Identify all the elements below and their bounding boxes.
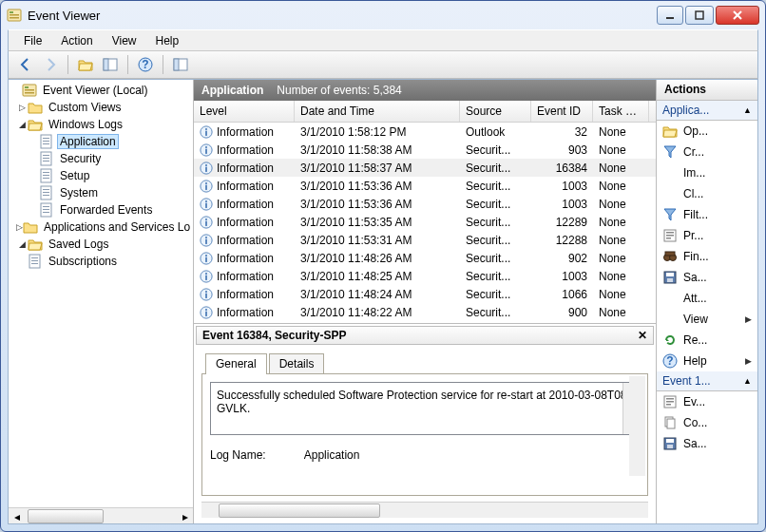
actions-list-2: Ev...Co...Sa... <box>657 391 757 454</box>
info-icon <box>200 162 213 175</box>
back-button[interactable] <box>14 53 37 76</box>
event-row[interactable]: Information3/1/2010 11:58:37 AMSecurit..… <box>194 159 656 177</box>
detail-close-button[interactable]: ✕ <box>638 329 647 342</box>
event-row[interactable]: Information3/1/2010 11:48:25 AMSecurit..… <box>194 267 656 285</box>
action-item[interactable]: Cl... <box>657 183 757 204</box>
titlebar[interactable]: Event Viewer <box>1 1 765 29</box>
show-hide-tree-button[interactable] <box>74 53 97 76</box>
menu-help[interactable]: Help <box>148 32 187 49</box>
event-row[interactable]: Information3/1/2010 11:53:36 AMSecurit..… <box>194 177 656 195</box>
info-icon <box>200 180 213 193</box>
action-item[interactable]: Ev... <box>657 391 757 412</box>
action-item[interactable]: Pr... <box>657 225 757 246</box>
panes-button[interactable] <box>169 53 192 76</box>
menu-view[interactable]: View <box>105 32 144 49</box>
actions-group-event[interactable]: Event 1...▲ <box>657 371 757 391</box>
forward-button[interactable] <box>39 53 62 76</box>
event-row[interactable]: Information3/1/2010 11:48:26 AMSecurit..… <box>194 249 656 267</box>
action-icon <box>662 436 678 451</box>
event-row[interactable]: Information3/1/2010 11:53:31 AMSecurit..… <box>194 231 656 249</box>
logname-label: Log Name: <box>210 448 266 462</box>
scroll-thumb[interactable] <box>28 509 104 523</box>
tree-root[interactable]: Event Viewer (Local) <box>9 82 193 99</box>
tree-setup[interactable]: Setup <box>9 167 193 184</box>
action-icon <box>662 394 678 409</box>
tab-general[interactable]: General <box>205 353 267 374</box>
event-rows[interactable]: Information3/1/2010 1:58:12 PMOutlook32N… <box>194 123 656 323</box>
collapse-icon: ▲ <box>743 376 752 386</box>
event-row[interactable]: Information3/1/2010 11:48:24 AMSecurit..… <box>194 285 656 303</box>
nav-tree[interactable]: Event Viewer (Local) ▷Custom Views ◢Wind… <box>9 80 193 507</box>
event-row[interactable]: Information3/1/2010 11:48:22 AMSecurit..… <box>194 303 656 321</box>
tree-apps-services[interactable]: ▷Applications and Services Lo <box>9 218 193 236</box>
menu-file[interactable]: File <box>16 32 49 49</box>
help-button[interactable] <box>134 53 157 76</box>
log-icon <box>39 185 54 200</box>
action-item[interactable]: Im... <box>657 162 757 183</box>
action-icon <box>662 207 678 222</box>
action-item[interactable]: Sa... <box>657 267 757 288</box>
actions-list-1: Op...Cr...Im...Cl...Filt...Pr...Fin...Sa… <box>657 121 757 371</box>
tree-custom-views[interactable]: ▷Custom Views <box>9 99 193 116</box>
actions-group-application[interactable]: Applica...▲ <box>657 101 757 121</box>
action-item[interactable]: View▶ <box>657 309 757 330</box>
scroll-left-icon[interactable]: ◂ <box>9 508 25 524</box>
info-icon <box>200 288 213 301</box>
action-item[interactable]: Help▶ <box>657 351 757 371</box>
col-task[interactable]: Task C... <box>593 101 649 122</box>
action-item[interactable]: Re... <box>657 330 757 351</box>
action-item[interactable]: Sa... <box>657 433 757 454</box>
event-row[interactable]: Information3/1/2010 11:53:36 AMSecurit..… <box>194 195 656 213</box>
center-header-count: Number of events: 5,384 <box>277 84 401 97</box>
action-icon <box>662 124 678 139</box>
col-event-id[interactable]: Event ID <box>531 101 593 122</box>
event-row[interactable]: Information3/1/2010 11:58:38 AMSecurit..… <box>194 141 656 159</box>
app-window: Event Viewer File Action View Help Event… <box>0 0 766 532</box>
action-item[interactable]: Fin... <box>657 246 757 267</box>
toolbar-separator <box>163 55 163 74</box>
properties-button[interactable] <box>99 53 122 76</box>
log-icon <box>39 151 54 166</box>
folder-open-icon <box>28 117 43 132</box>
detail-vscrollbar[interactable] <box>629 376 645 476</box>
info-icon <box>200 306 213 319</box>
detail-description: Successfully scheduled Software Protecti… <box>217 389 630 415</box>
tab-details[interactable]: Details <box>269 353 325 374</box>
info-icon <box>200 198 213 211</box>
center-pane: Application Number of events: 5,384 Leve… <box>194 80 657 523</box>
scroll-right-icon[interactable]: ▸ <box>177 508 193 524</box>
scroll-thumb[interactable] <box>219 504 380 518</box>
action-icon <box>662 270 678 285</box>
tree-windows-logs[interactable]: ◢Windows Logs <box>9 116 193 133</box>
main-body: Event Viewer (Local) ▷Custom Views ◢Wind… <box>8 79 758 524</box>
minimize-button[interactable] <box>657 6 683 25</box>
event-row[interactable]: Information3/1/2010 11:53:35 AMSecurit..… <box>194 213 656 231</box>
tree-subscriptions[interactable]: Subscriptions <box>9 253 193 270</box>
action-item[interactable]: Att... <box>657 288 757 309</box>
detail-hscrollbar[interactable] <box>201 502 648 518</box>
detail-description-box: Successfully scheduled Software Protecti… <box>210 382 640 435</box>
tree-saved-logs[interactable]: ◢Saved Logs <box>9 236 193 253</box>
tree-application[interactable]: Application <box>9 133 193 150</box>
detail-tab-body: Successfully scheduled Software Protecti… <box>201 373 648 496</box>
tree-forwarded[interactable]: Forwarded Events <box>9 201 193 218</box>
tree-hscrollbar[interactable]: ◂▸ <box>9 507 193 523</box>
action-item[interactable]: Filt... <box>657 204 757 225</box>
col-source[interactable]: Source <box>460 101 531 122</box>
col-level[interactable]: Level <box>194 101 295 122</box>
actions-title: Actions <box>657 80 757 101</box>
app-icon <box>7 8 22 23</box>
folder-icon <box>23 219 38 235</box>
tree-security[interactable]: Security <box>9 150 193 167</box>
close-button[interactable] <box>716 6 759 25</box>
event-row[interactable]: Information3/1/2010 1:58:12 PMOutlook32N… <box>194 123 656 141</box>
maximize-button[interactable] <box>685 6 714 25</box>
tree-system[interactable]: System <box>9 184 193 201</box>
toolbar-separator <box>127 55 128 74</box>
menu-action[interactable]: Action <box>53 32 100 49</box>
col-date[interactable]: Date and Time <box>295 101 460 122</box>
action-item[interactable]: Co... <box>657 412 757 433</box>
action-item[interactable]: Cr... <box>657 142 757 162</box>
detail-header: Event 16384, Security-SPP ✕ <box>196 326 654 345</box>
action-item[interactable]: Op... <box>657 121 757 142</box>
